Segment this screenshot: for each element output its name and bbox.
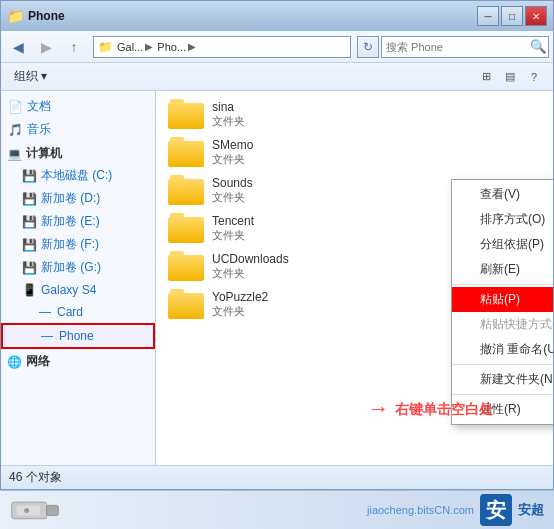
main-area: 📄 文档 🎵 音乐 💻 计算机 💾 本地磁盘 (C:) 💾 新加卷 (D:) — [1, 91, 553, 465]
sidebar-item-drive-d[interactable]: 💾 新加卷 (D:) — [1, 187, 155, 210]
sidebar-item-music[interactable]: 🎵 音乐 — [1, 118, 155, 141]
svg-point-3 — [24, 508, 29, 513]
watermark-bar: jiaocheng.bitsCN.com 安 安超 — [0, 490, 554, 529]
up-button[interactable]: ↑ — [61, 35, 87, 59]
view-list-button[interactable]: ▤ — [499, 66, 521, 88]
refresh-button[interactable]: ↻ — [357, 36, 379, 58]
music-icon: 🎵 — [7, 122, 23, 138]
file-item-sina[interactable]: sina 文件夹 — [160, 95, 549, 133]
galaxy-icon: 📱 — [21, 282, 37, 298]
context-menu-item-view[interactable]: 查看(V) ▶ — [452, 182, 553, 207]
svg-rect-1 — [47, 505, 59, 515]
sidebar: 📄 文档 🎵 音乐 💻 计算机 💾 本地磁盘 (C:) 💾 新加卷 (D:) — [1, 91, 156, 465]
file-info-sounds: Sounds 文件夹 — [212, 176, 253, 205]
annotation-text: 右键单击空白处 — [395, 401, 493, 419]
sidebar-item-drive-f[interactable]: 💾 新加卷 (F:) — [1, 233, 155, 256]
context-menu: 查看(V) ▶ 排序方式(O) ▶ 分组依据(P) ▶ 刷新(E) 粘贴(P) — [451, 179, 553, 425]
sidebar-group-network[interactable]: 🌐 网络 — [1, 349, 155, 372]
sidebar-item-drive-e[interactable]: 💾 新加卷 (E:) — [1, 210, 155, 233]
forward-button[interactable]: ▶ — [33, 35, 59, 59]
usb-drive-icon — [10, 494, 60, 526]
context-menu-item-sort[interactable]: 排序方式(O) ▶ — [452, 207, 553, 232]
document-icon: 📄 — [7, 99, 23, 115]
context-menu-label-paste: 粘贴(P) — [480, 291, 520, 308]
folder-icon-sina — [168, 99, 204, 129]
address-icon: 📁 — [98, 40, 113, 54]
file-info-ucdownloads: UCDownloads 文件夹 — [212, 252, 289, 281]
address-chevron-1: ▶ — [145, 41, 153, 52]
context-menu-label-new-folder: 新建文件夹(N) — [480, 371, 553, 388]
file-info-tencent: Tencent 文件夹 — [212, 214, 254, 243]
title-bar: 📁 Phone ─ □ ✕ — [1, 1, 553, 31]
address-bar[interactable]: 📁 Gal... ▶ Pho... ▶ — [93, 36, 351, 58]
search-button[interactable]: 🔍 — [528, 37, 548, 57]
network-icon: 🌐 — [7, 355, 22, 369]
drive-e-icon: 💾 — [21, 214, 37, 230]
context-menu-item-paste-shortcut: 粘贴快捷方式(S) — [452, 312, 553, 337]
help-button[interactable]: ? — [523, 66, 545, 88]
title-bar-left: 📁 Phone — [7, 8, 65, 24]
drive-c-icon: 💾 — [21, 168, 37, 184]
file-info-yopuzzle2: YoPuzzle2 文件夹 — [212, 290, 268, 319]
address-part-2: Pho... ▶ — [157, 41, 196, 53]
window-title-icon: 📁 — [7, 8, 24, 24]
address-part-1: Gal... ▶ — [117, 41, 153, 53]
restore-button[interactable]: □ — [501, 6, 523, 26]
context-menu-item-new-folder[interactable]: 新建文件夹(N) — [452, 367, 553, 392]
annotation: ← 右键单击空白处 — [367, 397, 493, 423]
context-menu-label-sort: 排序方式(O) — [480, 211, 545, 228]
folder-icon-ucdownloads — [168, 251, 204, 281]
file-info-sina: sina 文件夹 — [212, 100, 245, 129]
card-icon: — — [37, 304, 53, 320]
computer-icon: 💻 — [7, 147, 22, 161]
context-menu-item-group[interactable]: 分组依据(P) ▶ — [452, 232, 553, 257]
context-menu-label-group: 分组依据(P) — [480, 236, 544, 253]
address-chevron-2: ▶ — [188, 41, 196, 52]
folder-icon-smemo — [168, 137, 204, 167]
nav-toolbar: ◀ ▶ ↑ 📁 Gal... ▶ Pho... ▶ ↻ 🔍 — [1, 31, 553, 63]
context-menu-label-paste-shortcut: 粘贴快捷方式(S) — [480, 316, 553, 333]
sidebar-item-drive-g[interactable]: 💾 新加卷 (G:) — [1, 256, 155, 279]
context-menu-separator-3 — [452, 394, 553, 395]
context-menu-label-undo: 撤消 重命名(U) — [480, 341, 553, 358]
organize-button[interactable]: 组织 ▾ — [9, 65, 52, 88]
drive-f-icon: 💾 — [21, 237, 37, 253]
close-button[interactable]: ✕ — [525, 6, 547, 26]
context-menu-separator-1 — [452, 284, 553, 285]
search-input[interactable] — [382, 41, 528, 53]
context-menu-separator-2 — [452, 364, 553, 365]
secondary-toolbar: 组织 ▾ ⊞ ▤ ? — [1, 63, 553, 91]
watermark-left — [10, 494, 60, 526]
status-count: 46 个对象 — [9, 469, 62, 486]
view-grid-button[interactable]: ⊞ — [475, 66, 497, 88]
main-window: 📁 Phone ─ □ ✕ ◀ ▶ ↑ 📁 Gal... ▶ Pho... ▶ … — [0, 0, 554, 490]
watermark-site: jiaocheng.bitsCN.com — [367, 504, 474, 516]
sidebar-item-drive-c[interactable]: 💾 本地磁盘 (C:) — [1, 164, 155, 187]
folder-icon-sounds — [168, 175, 204, 205]
status-bar: 46 个对象 — [1, 465, 553, 489]
sidebar-item-card[interactable]: — Card — [1, 301, 155, 323]
context-menu-item-paste[interactable]: 粘贴(P) — [452, 287, 553, 312]
context-menu-item-refresh[interactable]: 刷新(E) — [452, 257, 553, 282]
file-list: sina 文件夹 SMemo 文件夹 — [156, 91, 553, 465]
toolbar2-right: ⊞ ▤ ? — [475, 66, 545, 88]
context-menu-item-undo[interactable]: 撤消 重命名(U) Ctrl+Z — [452, 337, 553, 362]
file-info-smemo: SMemo 文件夹 — [212, 138, 253, 167]
logo-text: 安超 — [518, 501, 544, 519]
minimize-button[interactable]: ─ — [477, 6, 499, 26]
folder-icon-tencent — [168, 213, 204, 243]
logo-icon: 安 — [480, 494, 512, 526]
context-menu-label-refresh: 刷新(E) — [480, 261, 520, 278]
drive-g-icon: 💾 — [21, 260, 37, 276]
sidebar-item-documents[interactable]: 📄 文档 — [1, 95, 155, 118]
watermark-right: jiaocheng.bitsCN.com 安 安超 — [367, 494, 544, 526]
back-button[interactable]: ◀ — [5, 35, 31, 59]
file-item-smemo[interactable]: SMemo 文件夹 — [160, 133, 549, 171]
sidebar-item-galaxy-s4[interactable]: 📱 Galaxy S4 — [1, 279, 155, 301]
title-controls: ─ □ ✕ — [477, 6, 547, 26]
sidebar-group-computer[interactable]: 💻 计算机 — [1, 141, 155, 164]
search-bar: 🔍 — [381, 36, 549, 58]
sidebar-item-phone[interactable]: — Phone — [1, 323, 155, 349]
drive-d-icon: 💾 — [21, 191, 37, 207]
folder-icon-yopuzzle2 — [168, 289, 204, 319]
